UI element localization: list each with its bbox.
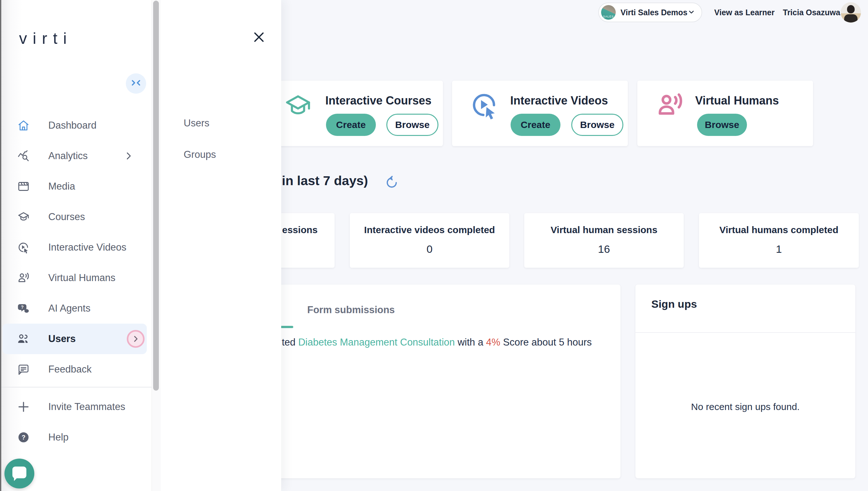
media-icon bbox=[17, 180, 30, 193]
card-title: Interactive Videos bbox=[510, 94, 608, 107]
sidebar-item-label: Invite Teammates bbox=[48, 401, 125, 412]
plus-icon bbox=[17, 401, 30, 413]
action-card-interactive-videos: Interactive Videos Create Browse bbox=[452, 81, 628, 146]
score-value: 4% bbox=[486, 337, 500, 348]
virtual-human-icon bbox=[656, 91, 684, 119]
view-as-learner-link[interactable]: View as Learner bbox=[714, 0, 775, 25]
card-title: Interactive Courses bbox=[325, 94, 431, 107]
virti-logo[interactable]: virti bbox=[19, 29, 73, 48]
chevron-down-icon bbox=[688, 8, 695, 17]
stat-title-fragment: essions bbox=[282, 225, 318, 235]
sidebar-collapse-button[interactable] bbox=[126, 74, 146, 94]
avatar-head bbox=[847, 5, 855, 13]
sidebar-item-analytics[interactable]: Analytics bbox=[0, 141, 152, 171]
chat-icon bbox=[12, 466, 26, 478]
avatar-body bbox=[844, 14, 858, 23]
users-submenu-button[interactable] bbox=[127, 330, 145, 348]
sidebar-item-label: Help bbox=[48, 432, 68, 443]
sidebar-item-feedback[interactable]: Feedback bbox=[0, 354, 152, 385]
users-submenu-panel bbox=[161, 0, 281, 491]
svg-text:?: ? bbox=[21, 305, 24, 310]
sidebar-item-label: Virtual Humans bbox=[48, 272, 115, 284]
activity-link[interactable]: Diabetes Management Consultation bbox=[298, 337, 455, 348]
section-heading-fragment: in last 7 days) bbox=[282, 173, 368, 188]
home-icon bbox=[17, 119, 30, 132]
create-button[interactable]: Create bbox=[326, 114, 376, 136]
divider bbox=[636, 332, 855, 333]
analytics-icon bbox=[17, 150, 30, 162]
graduation-cap-icon bbox=[17, 210, 30, 223]
entry-suffix: Score about 5 hours bbox=[500, 337, 592, 348]
sidebar-item-users[interactable]: Users bbox=[3, 324, 147, 354]
sidebar-item-dashboard[interactable]: Dashboard bbox=[0, 110, 152, 141]
play-cursor-icon bbox=[17, 241, 30, 254]
submenu-item-users[interactable]: Users bbox=[184, 117, 209, 132]
stat-card-videos-completed: Interactive videos completed 0 bbox=[350, 213, 509, 268]
refresh-button[interactable] bbox=[385, 175, 399, 190]
entry-middle: with a bbox=[455, 337, 486, 348]
sidebar-item-label: Dashboard bbox=[48, 120, 96, 131]
sidebar-item-virtual-humans[interactable]: Virtual Humans bbox=[0, 263, 152, 293]
stat-value: 16 bbox=[524, 243, 684, 255]
signups-card: Sign ups No recent sign ups found. bbox=[636, 285, 855, 478]
stat-title: Virtual human sessions bbox=[524, 225, 684, 235]
create-button[interactable]: Create bbox=[510, 114, 560, 136]
sidebar-item-media[interactable]: Media bbox=[0, 171, 152, 202]
sidebar-item-label: Interactive Videos bbox=[48, 242, 127, 253]
sidebar-item-label: Media bbox=[48, 181, 75, 192]
action-card-interactive-courses: Interactive Courses Create Browse bbox=[267, 81, 443, 146]
chat-question-icon: ? bbox=[17, 302, 30, 315]
divider bbox=[0, 387, 161, 387]
browse-button[interactable]: Browse bbox=[697, 114, 747, 136]
sidebar-item-label: Analytics bbox=[48, 150, 88, 162]
sidebar-item-invite-teammates[interactable]: Invite Teammates bbox=[0, 392, 152, 422]
org-avatar-badge: SALES bbox=[603, 15, 614, 18]
signups-title: Sign ups bbox=[651, 298, 697, 310]
window-edge bbox=[0, 0, 1, 491]
chevron-right-icon bbox=[124, 151, 134, 161]
sidebar-item-courses[interactable]: Courses bbox=[0, 202, 152, 232]
stat-value: 1 bbox=[699, 243, 859, 255]
virtual-human-icon bbox=[17, 271, 30, 284]
sidebar-item-label: Feedback bbox=[48, 364, 91, 375]
stat-value: 0 bbox=[350, 243, 509, 255]
sidebar-item-label: Users bbox=[48, 333, 76, 345]
app-root: SALES Virti Sales Demos View as Learner … bbox=[0, 0, 868, 491]
tab-form-submissions[interactable]: Form submissions bbox=[307, 304, 385, 316]
close-button[interactable] bbox=[252, 30, 266, 44]
sidebar-item-label: Courses bbox=[48, 211, 85, 223]
help-icon: ? bbox=[17, 431, 30, 444]
graduation-cap-icon bbox=[283, 91, 313, 121]
sidebar: virti Dashboard Analytics Med bbox=[0, 0, 161, 491]
signups-empty-message: No recent sign ups found. bbox=[636, 401, 855, 412]
org-selector-label: Virti Sales Demos bbox=[620, 8, 688, 17]
feedback-icon bbox=[17, 363, 30, 376]
sidebar-item-interactive-videos[interactable]: Interactive Videos bbox=[0, 232, 152, 263]
stat-title: Virtual humans completed bbox=[699, 225, 859, 235]
activity-feed-card: Form submissions ted Diabetes Management… bbox=[267, 285, 620, 478]
browse-button[interactable]: Browse bbox=[571, 114, 623, 136]
collapse-icon bbox=[130, 78, 142, 89]
action-card-virtual-humans: Virtual Humans Browse bbox=[637, 81, 813, 146]
sidebar-item-help[interactable]: ? Help bbox=[0, 422, 152, 453]
sidebar-item-label: AI Agents bbox=[48, 303, 90, 314]
browse-button[interactable]: Browse bbox=[386, 114, 439, 136]
chat-launcher-button[interactable] bbox=[4, 459, 34, 488]
svg-text:?: ? bbox=[22, 434, 25, 441]
card-title: Virtual Humans bbox=[695, 94, 779, 107]
stat-title: Interactive videos completed bbox=[350, 225, 509, 235]
org-avatar: SALES bbox=[601, 5, 616, 20]
sidebar-item-ai-agents[interactable]: ? AI Agents bbox=[0, 293, 152, 324]
stat-card-vh-completed: Virtual humans completed 1 bbox=[699, 213, 859, 268]
entry-prefix: ted bbox=[282, 337, 298, 348]
users-icon bbox=[17, 333, 29, 345]
user-name[interactable]: Tricia Osazuwa bbox=[783, 0, 840, 25]
org-selector[interactable]: SALES Virti Sales Demos bbox=[598, 3, 702, 22]
user-avatar[interactable] bbox=[841, 2, 861, 23]
activity-entry: ted Diabetes Management Consultation wit… bbox=[282, 335, 592, 350]
stat-card-vh-sessions: Virtual human sessions 16 bbox=[524, 213, 684, 268]
sidebar-scrollbar-thumb[interactable] bbox=[153, 1, 159, 391]
submenu-item-groups[interactable]: Groups bbox=[184, 149, 216, 164]
play-cursor-icon bbox=[470, 90, 500, 120]
